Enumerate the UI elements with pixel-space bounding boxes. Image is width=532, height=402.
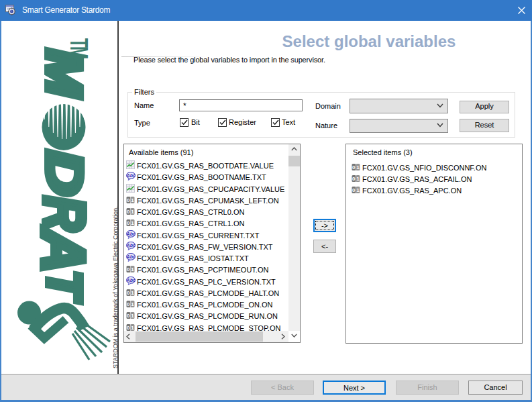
svg-text:TM: TM bbox=[65, 38, 93, 58]
svg-text:Abc: Abc bbox=[126, 231, 136, 236]
svg-text:1: 1 bbox=[356, 164, 360, 170]
svg-text:1: 1 bbox=[131, 266, 134, 272]
svg-text:Abc: Abc bbox=[126, 242, 136, 247]
svg-text:1: 1 bbox=[131, 313, 134, 319]
svg-text:1: 1 bbox=[131, 325, 134, 331]
svg-text:1: 1 bbox=[131, 197, 134, 203]
svg-text:0: 0 bbox=[127, 220, 130, 226]
svg-text:0: 0 bbox=[127, 266, 130, 272]
svg-text:Abc: Abc bbox=[126, 254, 136, 259]
svg-text:A: A bbox=[30, 228, 97, 273]
svg-text:0: 0 bbox=[127, 197, 130, 203]
svg-text:Abc: Abc bbox=[126, 173, 136, 178]
svg-text:0: 0 bbox=[127, 313, 130, 319]
svg-text:Abc: Abc bbox=[126, 277, 136, 282]
svg-text:0: 0 bbox=[352, 187, 356, 193]
svg-text:T: T bbox=[38, 270, 92, 303]
svg-text:1: 1 bbox=[131, 290, 134, 296]
svg-text:0: 0 bbox=[127, 325, 130, 331]
svg-text:1: 1 bbox=[356, 176, 360, 182]
svg-text:1: 1 bbox=[131, 220, 134, 226]
svg-text:0: 0 bbox=[127, 301, 130, 307]
svg-text:0: 0 bbox=[127, 209, 130, 215]
svg-text:0: 0 bbox=[352, 164, 356, 170]
svg-text:0: 0 bbox=[127, 290, 130, 296]
svg-text:1: 1 bbox=[131, 209, 134, 215]
svg-text:1: 1 bbox=[131, 301, 134, 307]
svg-text:1: 1 bbox=[356, 187, 360, 193]
svg-text:D: D bbox=[36, 150, 93, 196]
svg-text:STARDOM is a trademark of Yoko: STARDOM is a trademark of Yokogawa Elect… bbox=[112, 207, 119, 368]
svg-text:R: R bbox=[32, 196, 97, 232]
svg-text:0: 0 bbox=[352, 176, 356, 182]
